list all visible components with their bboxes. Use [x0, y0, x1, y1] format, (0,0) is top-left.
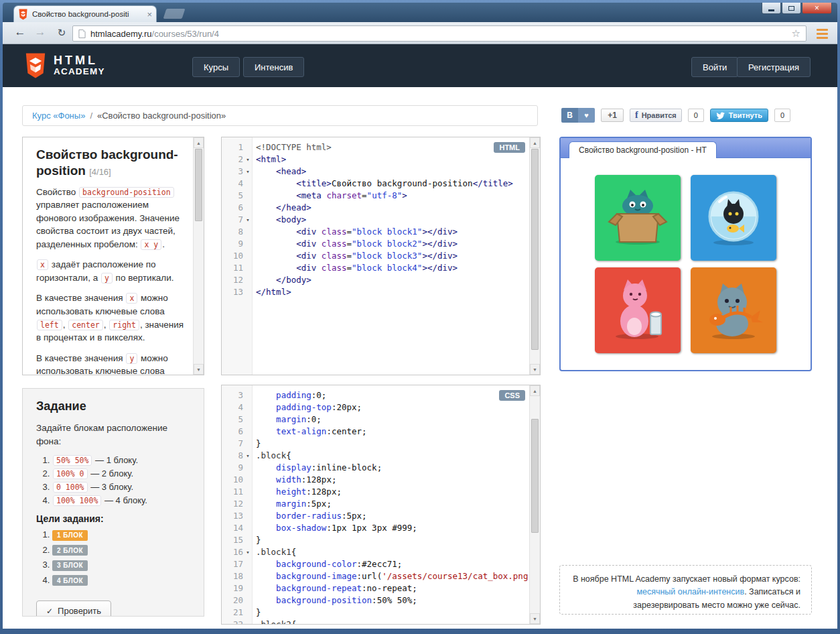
code-line[interactable]: 22▾.block2{ — [222, 619, 529, 625]
code-line[interactable]: 9 <div class="block block2"></div> — [222, 238, 529, 250]
css-editor[interactable]: 3 padding:0;4 padding-top:20px;5 margin:… — [221, 385, 541, 625]
code-line[interactable]: 11 <div class="block block4"></div> — [222, 262, 529, 274]
scroll-down-icon[interactable]: ▼ — [530, 613, 540, 624]
breadcrumb-separator: / — [90, 111, 92, 121]
scroll-up-icon[interactable]: ▲ — [530, 137, 540, 148]
register-button[interactable]: Регистрация — [737, 57, 811, 77]
code-line[interactable]: 11 height:128px; — [222, 486, 529, 498]
nav-courses-button[interactable]: Курсы — [192, 57, 240, 77]
check-button[interactable]: ✓Проверить — [36, 600, 111, 617]
code-line[interactable]: 7▾ <body> — [222, 214, 529, 226]
window-minimize-button[interactable] — [762, 3, 781, 14]
preview-block3 — [595, 267, 681, 353]
html-badge: HTML — [494, 142, 525, 153]
nav-intensive-button[interactable]: Интенсив — [243, 57, 304, 77]
site-header: HTML ACADEMY Курсы Интенсив Войти Регист… — [3, 44, 837, 87]
tweet-button[interactable]: Твитнуть — [710, 109, 768, 122]
login-button[interactable]: Войти — [691, 57, 738, 77]
code-line[interactable]: 9 display:inline-block; — [222, 462, 529, 474]
page-icon — [78, 29, 86, 38]
scroll-down-icon[interactable]: ▼ — [530, 364, 540, 375]
code-line[interactable]: 1<!DOCTYPE html> — [222, 141, 529, 153]
forward-button[interactable]: → — [32, 25, 48, 39]
fold-arrow-icon[interactable]: ▾ — [243, 153, 253, 166]
code-line[interactable]: 3▾ <head> — [222, 166, 529, 178]
window-close-button[interactable]: × — [802, 3, 832, 14]
code-line[interactable]: 19 background-repeat:no-repeat; — [222, 582, 529, 594]
code-line[interactable]: 10 width:128px; — [222, 474, 529, 486]
google-plus-one-button[interactable]: +1 — [601, 109, 624, 122]
line-number: 4 — [222, 178, 243, 190]
code-line[interactable]: 7} — [222, 438, 529, 450]
line-number: 10 — [222, 250, 243, 262]
announcement-link[interactable]: месячный онлайн-интенсив — [636, 587, 744, 596]
code-line[interactable]: 4 <title>Свойство background-position</t… — [222, 178, 529, 190]
fold-gutter — [243, 582, 253, 594]
css-editor-scrollbar-thumb[interactable] — [531, 419, 539, 533]
tab-close-icon[interactable]: × — [147, 10, 152, 19]
scroll-up-icon[interactable]: ▲ — [530, 385, 540, 396]
cat-in-box-image — [606, 186, 669, 246]
fold-arrow-icon[interactable]: ▾ — [243, 214, 253, 226]
window-maximize-button[interactable] — [782, 3, 801, 14]
breadcrumb-course-link[interactable]: Курс «Фоны» — [32, 111, 85, 121]
fold-gutter — [243, 202, 253, 214]
goals-list: 1 БЛОК2 БЛОК3 БЛОК4 БЛОК — [36, 529, 190, 586]
code-line[interactable]: 12 margin:5px; — [222, 498, 529, 510]
breadcrumb-current: «Свойство background-position» — [97, 111, 226, 121]
site-logo[interactable]: HTML ACADEMY — [24, 52, 105, 79]
fold-gutter — [243, 286, 253, 298]
code-line[interactable]: 5 margin:0; — [222, 414, 529, 426]
code-line[interactable]: 15} — [222, 534, 529, 546]
code-line[interactable]: 18 background-image:url('/assets/course1… — [222, 570, 529, 582]
code-line[interactable]: 6 </head> — [222, 202, 529, 214]
fold-arrow-icon[interactable]: ▾ — [243, 166, 253, 178]
fold-arrow-icon[interactable]: ▾ — [243, 619, 253, 625]
vk-like-button[interactable]: В ♥ — [561, 108, 595, 123]
fold-arrow-icon[interactable]: ▾ — [243, 546, 253, 558]
code-line[interactable]: 13 border-radius:5px; — [222, 510, 529, 522]
code-line[interactable]: 12 </body> — [222, 274, 529, 286]
code-line[interactable]: 8▾.block{ — [222, 450, 529, 462]
back-button[interactable]: ← — [12, 25, 28, 39]
bookmark-star-icon[interactable]: ☆ — [792, 27, 800, 40]
scroll-down-icon[interactable]: ▼ — [194, 364, 204, 375]
facebook-like-button[interactable]: f Нравится — [630, 109, 682, 122]
theory-scrollbar[interactable]: ▲ ▼ — [193, 137, 204, 375]
line-number: 8 — [222, 450, 243, 462]
inline-code: x y — [141, 239, 161, 250]
fold-gutter — [243, 522, 253, 534]
url-domain: htmlacademy.ru — [90, 29, 152, 39]
code-line[interactable]: 8 <div class="block block1"></div> — [222, 226, 529, 238]
preview-body — [561, 158, 811, 357]
code-line[interactable]: 21} — [222, 607, 529, 619]
code-line[interactable]: 10 <div class="block block3"></div> — [222, 250, 529, 262]
html-editor[interactable]: 1<!DOCTYPE html>2▾<html>3▾ <head>4 <titl… — [221, 137, 541, 375]
code-line[interactable]: 16▾.block1{ — [222, 546, 529, 558]
preview-block1 — [595, 175, 681, 261]
css-editor-scrollbar[interactable]: ▲ ▼ — [529, 385, 540, 624]
logo-text: HTML ACADEMY — [54, 54, 105, 76]
theory-scrollbar-thumb[interactable] — [195, 149, 202, 221]
new-tab-button[interactable] — [163, 9, 186, 19]
task-item: 100% 0 — 2 блоку. — [52, 468, 190, 479]
code-line[interactable]: 20 background-position:50% 50%; — [222, 594, 529, 607]
code-line[interactable]: 2▾<html> — [222, 153, 529, 166]
code-line[interactable]: 5 <meta charset="utf-8"> — [222, 190, 529, 202]
html-editor-scrollbar-thumb[interactable] — [531, 149, 539, 350]
scroll-up-icon[interactable]: ▲ — [194, 137, 204, 148]
tab-strip: Свойство background-positi × × — [3, 3, 837, 22]
code-line[interactable]: 14 box-shadow:1px 1px 3px #999; — [222, 522, 529, 534]
check-icon: ✓ — [46, 607, 53, 616]
code-line[interactable]: 4 padding-top:20px; — [222, 401, 529, 414]
address-bar[interactable]: htmlacademy.ru/courses/53/run/4 ☆ — [72, 25, 807, 42]
code-line[interactable]: 6 text-align:center; — [222, 426, 529, 438]
browser-tab[interactable]: Свойство background-positi × — [13, 5, 157, 22]
html-editor-scrollbar[interactable]: ▲ ▼ — [529, 137, 540, 375]
code-line[interactable]: 17 background-color:#2ecc71; — [222, 558, 529, 570]
code-line[interactable]: 3 padding:0; — [222, 389, 529, 401]
browser-menu-button[interactable] — [812, 26, 833, 41]
reload-button[interactable]: ↻ — [54, 27, 70, 39]
code-line[interactable]: 13</html> — [222, 286, 529, 298]
fold-arrow-icon[interactable]: ▾ — [243, 450, 253, 462]
